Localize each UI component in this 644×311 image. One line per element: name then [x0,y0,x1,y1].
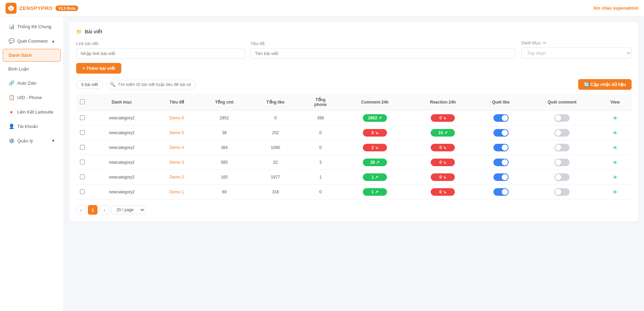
view-eye-icon-1[interactable]: 👁 [613,130,618,136]
quet-comment-toggle-3[interactable] [554,159,570,166]
sidebar-label-binh-luan: Bình Luận [8,66,29,72]
quet-like-toggle-2[interactable] [493,144,509,151]
sidebar-label-danh-sach: Danh Sách [9,53,32,58]
quet-comment-toggle-5[interactable] [554,188,570,196]
row-tong-like-2: 1090 [250,140,301,155]
quet-like-toggle-0[interactable] [493,114,509,122]
row-quet-like-3 [476,155,526,170]
quet-like-toggle-wrap-2 [480,144,522,151]
row-tong-phone-2: 0 [301,140,340,155]
sidebar-item-danh-sach[interactable]: Danh Sách [3,49,61,62]
row-select-0[interactable] [80,115,85,120]
sidebar-item-auto-zalo[interactable]: 🔗 Auto Zalo [3,76,61,89]
row-title-3: Demo 3 [155,155,198,170]
row-title-link-1[interactable]: Demo 5 [170,130,184,135]
view-eye-icon-0[interactable]: 👁 [613,115,618,121]
add-button[interactable]: + Thêm bài viết [76,63,121,74]
row-quet-like-1 [476,126,526,140]
row-tong-phone-1: 0 [301,126,340,140]
sidebar-item-uid-phone[interactable]: 📋 UID - Phone [3,91,61,104]
card-title: Bài viết [85,29,102,34]
table-row: newcategory2 Demo 6 2852 0 399 2852 ↗ 0 … [76,111,632,126]
col-comment24h: Comment 24h [340,94,410,111]
quet-comment-toggle-0[interactable] [554,114,570,122]
view-eye-icon-3[interactable]: 👁 [613,160,618,165]
row-view-0: 👁 [599,111,632,126]
pagination: ‹ 1 › 10 / page 20 / page 50 / page 100 … [76,205,632,215]
comment-icon: 💬 [8,38,14,44]
sidebar-label-tai-khoan: Tài Khoản [17,124,38,129]
search-input[interactable] [106,80,196,89]
row-checkbox-5 [76,185,89,200]
view-eye-icon-2[interactable]: 👁 [613,145,618,151]
table-row: newcategory2 Demo 1 69 318 0 1 ↗ 0 ↘ 👁 [76,185,632,200]
sidebar-item-tai-khoan[interactable]: 👤 Tài Khoản [3,120,61,133]
quet-comment-toggle-2[interactable] [554,144,570,151]
row-reaction24h-3: 0 ↘ [410,155,476,170]
row-view-2: 👁 [599,140,632,155]
quet-like-toggle-3[interactable] [493,159,509,166]
row-tong-cmt-5: 69 [198,185,250,200]
row-reaction24h-5: 0 ↘ [410,185,476,200]
row-tong-cmt-0: 2852 [198,111,250,126]
username-label: superadmin [613,6,638,11]
row-tong-cmt-3: 585 [198,155,250,170]
title-input[interactable] [251,48,516,59]
row-title-link-2[interactable]: Demo 4 [170,145,184,150]
row-tong-like-3: 32 [250,155,301,170]
view-eye-icon-4[interactable]: 👁 [613,174,618,180]
row-title-link-4[interactable]: Demo 2 [170,175,184,180]
row-category-4: newcategory2 [89,170,155,185]
page-1-button[interactable]: 1 [88,205,98,215]
quet-comment-toggle-4[interactable] [554,173,570,181]
search-wrap: 🔍 [106,80,196,89]
view-eye-icon-5[interactable]: 👁 [613,189,618,195]
row-title-link-5[interactable]: Demo 1 [170,190,184,194]
row-select-2[interactable] [80,145,85,150]
col-reaction24h: Reaction 24h [410,94,476,111]
sidebar-item-quan-ly[interactable]: ⚙️ Quản lý ▼ [3,134,61,147]
form-group-category: Danh Mục: ✏ Tùy chọn [521,41,632,59]
sidebar-item-quet-comment[interactable]: 💬 Quét Comment ▲ [3,34,61,47]
row-title-link-3[interactable]: Demo 3 [170,160,184,165]
row-quet-comment-4 [525,170,599,185]
row-title-0: Demo 6 [155,111,198,126]
select-all-checkbox[interactable] [80,99,85,104]
row-category-1: newcategory2 [89,126,155,140]
uid-icon: 📋 [8,94,14,100]
sidebar-item-lien-ket[interactable]: ● Liên Kết Larksuite [3,105,61,118]
row-select-1[interactable] [80,130,85,135]
row-category-5: newcategory2 [89,185,155,200]
row-view-4: 👁 [599,170,632,185]
update-button[interactable]: 🔄 Cập nhật dữ liệu [578,79,632,90]
table-row: newcategory2 Demo 2 165 1977 1 1 ↗ 0 ↘ 👁 [76,170,632,185]
link-input[interactable] [76,48,245,59]
row-title-5: Demo 1 [155,185,198,200]
row-reaction24h-0: 0 ↘ [410,111,476,126]
row-tong-like-4: 1977 [250,170,301,185]
sidebar-item-thong-ke[interactable]: 📊 Thống Kê Chung [3,20,61,33]
prev-page-button[interactable]: ‹ [76,205,86,215]
row-tong-like-5: 318 [250,185,301,200]
quet-comment-toggle-1[interactable] [554,129,570,137]
row-comment24h-1: 0 ↘ [340,126,410,140]
next-page-button[interactable]: › [100,205,109,215]
quet-like-toggle-1[interactable] [493,129,509,137]
row-select-3[interactable] [80,160,85,164]
row-title-1: Demo 5 [155,126,198,140]
reaction24h-badge-3: 0 ↘ [431,159,455,166]
row-reaction24h-1: 10 ↗ [410,126,476,140]
sidebar-item-binh-luan[interactable]: Bình Luận [3,63,61,75]
row-select-5[interactable] [80,189,85,194]
table-row: newcategory2 Demo 4 384 1090 0 2 ↘ 0 ↘ 👁 [76,140,632,155]
per-page-select[interactable]: 10 / page 20 / page 50 / page 100 / page [111,205,145,214]
category-select[interactable]: Tùy chọn [521,47,632,59]
quet-like-toggle-5[interactable] [493,188,509,196]
col-tong-like: Tổng like [250,94,301,111]
quet-comment-toggle-wrap-2 [529,144,595,151]
row-select-4[interactable] [80,174,85,179]
row-quet-like-4 [476,170,526,185]
row-title-link-0[interactable]: Demo 6 [170,116,184,120]
quet-like-toggle-4[interactable] [493,173,509,181]
quet-comment-toggle-wrap-5 [529,188,595,196]
